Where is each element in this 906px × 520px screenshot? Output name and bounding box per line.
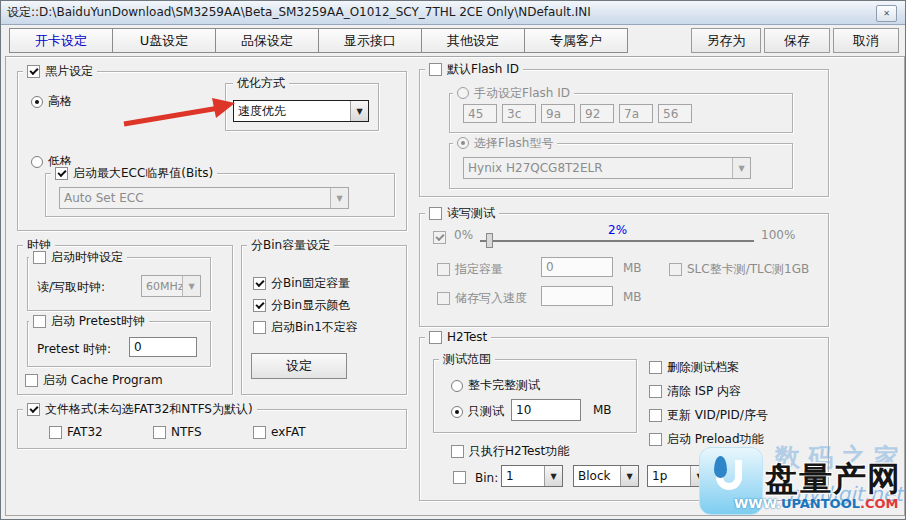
black-chip-title: 黑片设定 (45, 63, 93, 79)
bin-capacity-title: 分Bin容量设定 (251, 237, 330, 253)
preload-checkbox[interactable] (649, 433, 662, 446)
flash-model-value: Hynix H27QCG8T2ELR (464, 158, 732, 178)
bin-fixed-checkbox[interactable] (253, 277, 266, 290)
tab-card-settings[interactable]: 开卡设定 (9, 28, 113, 53)
cancel-button[interactable]: 取消 (833, 28, 899, 53)
flash-id-byte-4: 92 (580, 104, 614, 123)
pretest-enable-label: 启动 Pretest时钟 (51, 313, 145, 329)
test-scope-group-label: 测试范围 (439, 351, 495, 367)
ecc-title: 启动最大ECC临界值(Bits) (73, 165, 213, 181)
chevron-down-icon: ▼ (182, 276, 200, 296)
ntfs-checkbox[interactable] (153, 426, 166, 439)
high-format-option: 高格 (31, 93, 72, 110)
bin-option (453, 471, 466, 484)
file-format-checkbox[interactable] (27, 403, 40, 416)
high-format-label: 高格 (48, 93, 72, 110)
rw-test-checkbox[interactable] (429, 207, 442, 220)
close-icon[interactable]: ✕ (876, 5, 897, 22)
capacity-value: 0 (546, 260, 554, 274)
flash-id-checkbox[interactable] (429, 63, 442, 76)
full-test-option: 整卡完整测试 (451, 377, 540, 394)
bin1-variable-checkbox[interactable] (253, 321, 266, 334)
bin-number-select[interactable]: 1 ▼ (501, 465, 563, 487)
full-test-radio[interactable] (451, 380, 463, 392)
only-test-input[interactable]: 10 (511, 399, 581, 421)
pretest-enable-checkbox[interactable] (33, 315, 46, 328)
chevron-down-icon: ▼ (330, 188, 348, 208)
annotation-arrow-icon (121, 95, 237, 131)
exfat-checkbox[interactable] (253, 426, 266, 439)
tab-exclusive-customer[interactable]: 专属客户 (524, 28, 628, 53)
slc-label: SLC整卡测/TLC测1GB (687, 261, 809, 278)
flash-id-byte-3-value: 9a (546, 107, 561, 121)
flash-model-select: Hynix H27QCG8T2ELR ▼ (463, 157, 751, 179)
manual-flash-id-radio[interactable] (457, 87, 469, 99)
select-flash-radio[interactable] (457, 137, 469, 149)
delete-test-files-checkbox[interactable] (649, 361, 662, 374)
h2test-checkbox[interactable] (429, 331, 442, 344)
bin-set-button[interactable]: 设定 (251, 353, 347, 379)
bin-unit-select[interactable]: Block ▼ (573, 465, 639, 487)
high-format-radio[interactable] (31, 96, 43, 108)
chevron-down-icon[interactable]: ▼ (544, 466, 562, 486)
bin-number-value: 1 (502, 466, 544, 486)
flash-id-byte-1-value: 45 (468, 107, 483, 121)
fat32-checkbox[interactable] (49, 426, 62, 439)
bin1-variable-label: 启动Bin1不定容 (271, 319, 358, 336)
clear-isp-option: 清除 ISP 内容 (649, 383, 741, 400)
write-speed-option: 储存写入速度 (437, 290, 527, 307)
exfat-label: exFAT (271, 425, 306, 439)
slc-option: SLC整卡测/TLC测1GB (669, 261, 809, 278)
only-test-unit-label: MB (593, 403, 612, 417)
bin-checkbox[interactable] (453, 471, 466, 484)
tab-other-settings[interactable]: 其他设定 (421, 28, 525, 53)
only-h2test-label: 只执行H2Test功能 (469, 443, 569, 460)
update-vid-pid-checkbox[interactable] (649, 409, 662, 422)
optimize-title: 优化方式 (237, 75, 285, 91)
capacity-unit-label: MB (623, 261, 642, 275)
exfat-option: exFAT (253, 425, 306, 439)
slider-min-value: 0% (454, 228, 473, 242)
bin-label: Bin: (475, 471, 498, 485)
tab-usb-settings[interactable]: U盘设定 (112, 28, 216, 53)
bin-color-checkbox[interactable] (253, 299, 266, 312)
test-scope-title: 测试范围 (443, 351, 491, 367)
low-format-radio[interactable] (31, 156, 43, 168)
chevron-down-icon[interactable]: ▼ (620, 466, 638, 486)
bin-color-option: 分Bin显示颜色 (253, 297, 350, 314)
slider-max-value: 100% (761, 228, 795, 242)
save-as-button[interactable]: 另存为 (691, 28, 761, 53)
ecc-checkbox[interactable] (55, 167, 68, 180)
black-chip-checkbox[interactable] (27, 65, 40, 78)
chevron-down-icon[interactable]: ▼ (350, 101, 368, 121)
capacity-input: 0 (541, 257, 613, 277)
h2test-group-label: H2Test (425, 329, 491, 345)
flash-id-group-label: 默认Flash ID (425, 61, 523, 77)
capacity-unit: MB (623, 261, 642, 275)
rw-slider-track[interactable] (480, 240, 754, 242)
cache-program-checkbox[interactable] (25, 374, 38, 387)
delete-test-files-option: 删除测试档案 (649, 359, 739, 376)
only-test-radio[interactable] (451, 406, 463, 418)
pretest-enable-label-row: 启动 Pretest时钟 (29, 313, 149, 329)
rw-slider-thumb[interactable] (486, 233, 493, 248)
tab-display-interface[interactable]: 显示接口 (318, 28, 422, 53)
write-speed-label: 储存写入速度 (455, 290, 527, 307)
pretest-clock-label-row: Pretest 时钟: (37, 341, 111, 358)
flash-id-byte-5-value: 7a (624, 107, 639, 121)
clock-enable-checkbox[interactable] (33, 251, 46, 264)
pretest-clock-input[interactable]: 0 (129, 337, 197, 357)
full-test-label: 整卡完整测试 (468, 377, 540, 394)
bin1-variable-option: 启动Bin1不定容 (253, 319, 358, 336)
only-test-option: 只测试 (451, 403, 504, 420)
rw-slider-checkbox (433, 231, 446, 244)
capacity-checkbox (437, 263, 450, 276)
save-button[interactable]: 保存 (764, 28, 830, 53)
manual-flash-id-label-row: 手动设定Flash ID (453, 85, 574, 101)
clear-isp-checkbox[interactable] (649, 385, 662, 398)
only-h2test-checkbox[interactable] (451, 445, 464, 458)
tab-qa-settings[interactable]: 品保设定 (215, 28, 319, 53)
only-h2test-option: 只执行H2Test功能 (451, 443, 569, 460)
chevron-down-icon: ▼ (732, 158, 750, 178)
optimize-select[interactable]: 速度优先 ▼ (233, 100, 369, 122)
